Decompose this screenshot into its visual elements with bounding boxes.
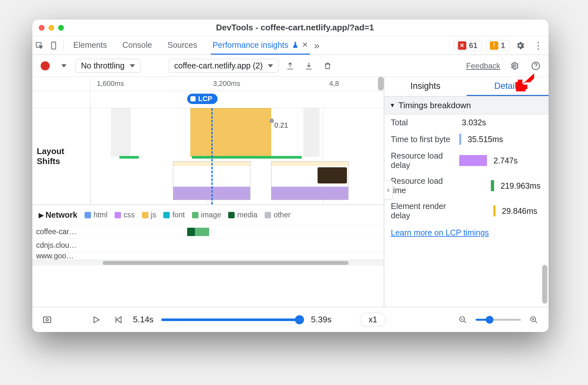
details-panel: › Insights Details ▼ Timings breakdown [384,77,549,307]
annotation-arrow-icon [514,71,536,92]
flask-icon [292,41,299,48]
metric-total: Total 3.032s [384,115,549,130]
legend-font[interactable]: font [163,211,185,219]
legend-html[interactable]: html [85,211,107,219]
metric-ttfb: Time to first byte 35.515ms [384,130,549,148]
svg-point-5 [46,318,48,321]
titlebar: DevTools - coffee-cart.netlify.app/?ad=1 [32,19,549,36]
seek-slider[interactable] [161,318,303,321]
devtools-window: DevTools - coffee-cart.netlify.app/?ad=1… [32,19,549,332]
window-title: DevTools - coffee-cart.netlify.app/?ad=1 [70,23,549,33]
network-row[interactable]: cdnjs.clou… [32,238,384,252]
chevron-down-icon: ▼ [390,102,395,109]
record-button[interactable] [38,59,52,73]
zoom-in-icon[interactable] [527,313,541,327]
target-select[interactable]: coffee-cart.netlify.app (2) [169,59,279,73]
markers-track[interactable]: LCP [90,91,384,108]
end-time: 5.39s [311,315,332,325]
device-toolbar-icon[interactable] [46,38,61,53]
layout-shifts-track[interactable]: Layout Shifts 0.21 [32,108,384,205]
collapse-panel-icon[interactable]: › [384,180,393,200]
tab-sources[interactable]: Sources [166,36,199,55]
learn-more-link[interactable]: Learn more on LCP timings [384,224,495,242]
legend-other[interactable]: other [265,211,290,219]
stop-icon [190,96,196,101]
svg-rect-1 [52,42,56,49]
throttling-select[interactable]: No throttling [76,59,140,73]
tab-performance-insights[interactable]: Performance insights ✕ [211,36,310,55]
play-icon[interactable] [89,313,103,327]
network-toggle[interactable]: ▶ Network [39,210,77,220]
lcp-marker[interactable]: LCP [187,94,218,104]
more-menu-icon[interactable]: ⋮ [531,38,545,53]
maximize-window-button[interactable] [58,25,64,31]
screenshot-thumb[interactable] [271,161,349,200]
tab-elements[interactable]: Elements [71,36,109,55]
timeline-ruler[interactable]: 1,600ms 3,200ms 4,8 [90,77,384,91]
cls-event[interactable] [190,108,271,157]
network-row[interactable]: coffee-car… [32,225,384,238]
zoom-out-icon[interactable] [456,313,470,327]
metric-resource-load-delay: Resource load delay 2.747s [384,148,549,173]
export-icon[interactable] [283,59,297,73]
toggle-view-icon[interactable] [40,313,54,327]
feedback-link[interactable]: Feedback [466,61,500,70]
window-controls [32,25,70,31]
panel-settings-icon[interactable] [507,59,522,73]
close-tab-icon[interactable]: ✕ [302,41,308,49]
more-tabs-icon[interactable]: » [310,38,324,53]
sidepanel-scrollbar[interactable] [542,123,547,304]
record-options-dropdown[interactable] [57,59,71,73]
chevron-right-icon: ▶ [39,211,44,219]
warnings-badge[interactable]: ! 1 [486,40,509,51]
playhead[interactable] [211,108,213,204]
import-icon[interactable] [302,59,316,73]
metric-resource-load-time: Resource load time 219.963ms [384,173,549,198]
playback-speed[interactable]: x1 [360,313,386,327]
error-icon: ✕ [458,41,466,50]
current-time: 5.14s [133,315,154,325]
svg-rect-4 [44,317,51,323]
close-window-button[interactable] [39,25,45,31]
network-row[interactable]: www.goo… [32,252,384,260]
devtools-tabstrip: Elements Console Sources Performance ins… [32,36,549,55]
legend-image[interactable]: image [192,211,221,219]
legend-media[interactable]: media [228,211,258,219]
insights-toolbar: No throttling coffee-cart.netlify.app (2… [32,55,549,77]
playback-bar: 5.14s 5.39s x1 [32,307,549,332]
svg-point-2 [513,65,516,67]
rewind-icon[interactable] [111,313,125,327]
metric-element-render-delay: Element render delay 29.846ms [384,198,549,224]
sidepanel-tab-details[interactable]: Details [467,77,549,96]
inspect-element-icon[interactable] [32,38,46,53]
delete-icon[interactable] [320,59,335,73]
help-icon[interactable] [529,59,543,73]
tab-console[interactable]: Console [120,36,154,55]
legend-js[interactable]: js [142,211,157,219]
errors-badge[interactable]: ✕ 61 [454,40,482,51]
sidepanel-tab-insights[interactable]: Insights [384,77,467,96]
legend-css[interactable]: css [115,211,135,219]
cls-value-label: 0.21 [274,121,288,130]
zoom-slider[interactable] [476,319,521,321]
horizontal-scrollbar[interactable] [32,260,384,265]
layout-shifts-label: Layout Shifts [37,146,86,166]
settings-icon[interactable] [513,38,527,53]
minimize-window-button[interactable] [48,25,54,31]
cls-point[interactable] [269,119,274,123]
timings-breakdown-toggle[interactable]: ▼ Timings breakdown [384,96,549,115]
network-track: ▶ Network html css js font image media o… [32,205,384,260]
warning-icon: ! [490,41,498,50]
timeline-panel: 1,600ms 3,200ms 4,8 LCP [32,77,384,307]
